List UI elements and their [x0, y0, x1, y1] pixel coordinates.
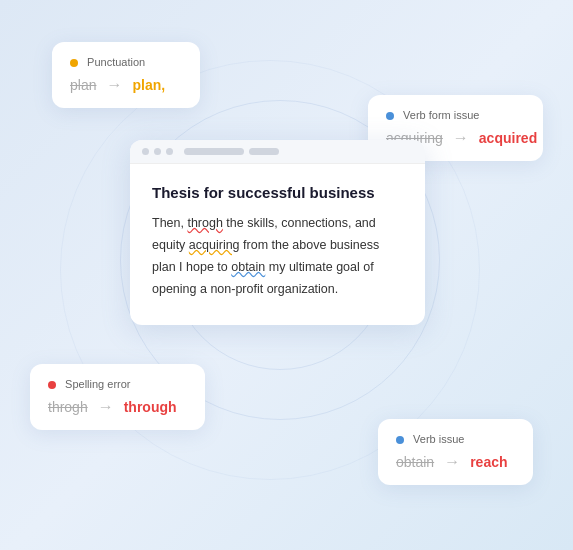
verb-issue-card: Verb issue obtain → reach	[378, 419, 533, 485]
verb-issue-corrected: reach	[470, 454, 507, 470]
punctuation-corrected: plan,	[132, 77, 165, 93]
spelling-dot	[48, 381, 56, 389]
document-text: Then, throgh the skills, connections, an…	[152, 213, 403, 301]
verb-form-label-text: Verb form issue	[403, 109, 479, 121]
main-document-card: Thesis for successful business Then, thr…	[130, 140, 425, 325]
punctuation-arrow: →	[106, 76, 122, 94]
punctuation-label: Punctuation	[70, 56, 182, 68]
spelling-card: Spelling error throgh → through	[30, 364, 205, 430]
verb-form-dot	[386, 112, 394, 120]
verb-form-arrow: →	[453, 129, 469, 147]
verb-issue-label: Verb issue	[396, 433, 515, 445]
toolbar-dot-3	[166, 148, 173, 155]
toolbar-dot-2	[154, 148, 161, 155]
text-obtain: obtain	[231, 260, 265, 274]
verb-issue-correction: obtain → reach	[396, 453, 515, 471]
punctuation-dot	[70, 59, 78, 67]
spelling-original: throgh	[48, 399, 88, 415]
spelling-label-text: Spelling error	[65, 378, 130, 390]
text-throgh: throgh	[187, 216, 222, 230]
toolbar-bar-2	[249, 148, 279, 155]
spelling-arrow: →	[98, 398, 114, 416]
punctuation-card: Punctuation plan → plan,	[52, 42, 200, 108]
toolbar	[130, 140, 425, 164]
punctuation-correction: plan → plan,	[70, 76, 182, 94]
punctuation-original: plan	[70, 77, 96, 93]
spelling-correction: throgh → through	[48, 398, 187, 416]
verb-issue-label-text: Verb issue	[413, 433, 464, 445]
text-acquiring: acquiring	[189, 238, 240, 252]
verb-issue-original: obtain	[396, 454, 434, 470]
verb-form-label: Verb form issue	[386, 109, 525, 121]
text-before-throgh: Then,	[152, 216, 187, 230]
toolbar-dot-1	[142, 148, 149, 155]
punctuation-label-text: Punctuation	[87, 56, 145, 68]
spelling-label: Spelling error	[48, 378, 187, 390]
spelling-corrected: through	[124, 399, 177, 415]
verb-form-corrected: acquired	[479, 130, 537, 146]
document-title: Thesis for successful business	[152, 184, 403, 201]
verb-issue-dot	[396, 436, 404, 444]
document-body: Thesis for successful business Then, thr…	[130, 164, 425, 325]
verb-issue-arrow: →	[444, 453, 460, 471]
toolbar-bar-1	[184, 148, 244, 155]
